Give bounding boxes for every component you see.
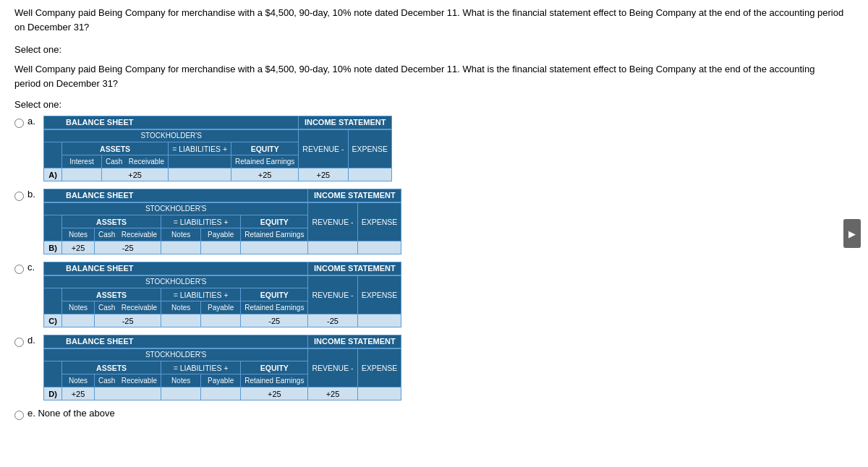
option-e-row: e. None of the above xyxy=(14,408,854,420)
option-b-label: b. xyxy=(27,189,39,200)
option-d-radio[interactable] xyxy=(14,338,24,347)
option-e-radio[interactable] xyxy=(14,411,24,420)
option-e-label: e. None of the above xyxy=(27,408,115,419)
question-text: Well Company paid Being Company for merc… xyxy=(14,62,839,90)
select-one-label: Select one: xyxy=(14,99,854,110)
option-b-table: BALANCE SHEET INCOME STATEMENT STOCKHOLD… xyxy=(43,189,401,254)
select-one-label: Select one: xyxy=(14,44,854,55)
option-c-row: c. BALANCE SHEET INCOME STATEMENT STOCKH… xyxy=(14,262,854,327)
option-a-label: a. xyxy=(27,116,39,127)
next-arrow[interactable]: ▶ xyxy=(843,219,861,248)
question-text: Well Company paid Being Company for merc… xyxy=(14,6,846,34)
option-a-radio[interactable] xyxy=(14,119,24,128)
option-b-radio[interactable] xyxy=(14,192,24,201)
option-d-label: d. xyxy=(27,335,39,346)
option-c-label: c. xyxy=(27,262,39,273)
option-c-radio[interactable] xyxy=(14,265,24,274)
option-a-row: a. BALANCE SHEET INCOME STATEMENT STOCKH… xyxy=(14,116,854,181)
option-d-row: d. BALANCE SHEET INCOME STATEMENT STOCKH… xyxy=(14,335,854,400)
option-c-table: BALANCE SHEET INCOME STATEMENT STOCKHOLD… xyxy=(43,262,401,327)
option-a-table: BALANCE SHEET INCOME STATEMENT STOCKHOLD… xyxy=(43,116,392,181)
option-b-row: b. BALANCE SHEET INCOME STATEMENT STOCKH… xyxy=(14,189,854,254)
option-d-table: BALANCE SHEET INCOME STATEMENT STOCKHOLD… xyxy=(43,335,401,400)
